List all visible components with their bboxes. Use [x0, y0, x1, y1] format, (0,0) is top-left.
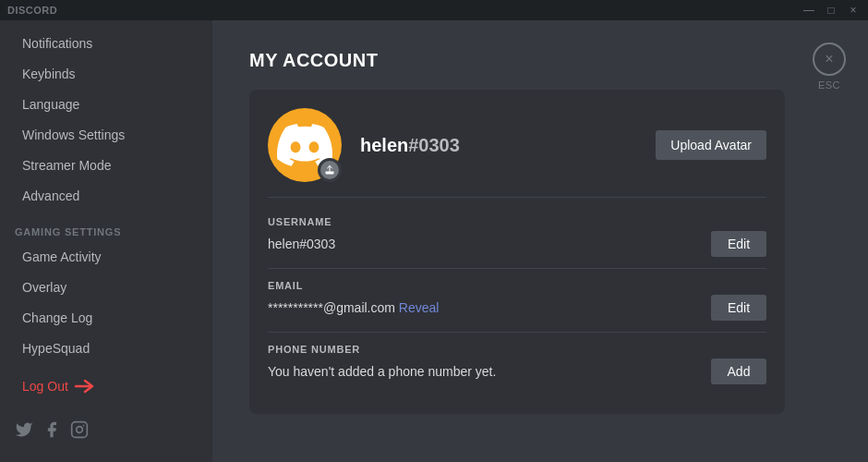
close-button[interactable]: × [846, 4, 861, 17]
main-content: MY ACCOUNT × ESC [212, 20, 868, 462]
app-body: Notifications Keybinds Language Windows … [0, 20, 868, 462]
facebook-icon[interactable] [42, 420, 61, 444]
username-edit-button[interactable]: Edit [711, 231, 766, 257]
logout-arrow-icon [74, 378, 100, 395]
phone-field-value: You haven't added a phone number yet. [268, 364, 496, 379]
username-field-label: USERNAME [268, 216, 766, 227]
logout-label: Log Out [22, 379, 68, 394]
sidebar-item-keybinds[interactable]: Keybinds [7, 59, 205, 89]
account-card: helen#0303 Upload Avatar USERNAME helen#… [249, 90, 785, 414]
sidebar-item-hypesquad[interactable]: HypeSquad [7, 334, 205, 363]
sidebar-item-game-activity[interactable]: Game Activity [7, 242, 205, 272]
email-field-value-row: ***********@gmail.com Reveal Edit [268, 295, 766, 321]
svg-rect-0 [72, 422, 88, 438]
username-field-row: USERNAME helen#0303 Edit [268, 205, 766, 269]
maximize-button[interactable]: □ [824, 4, 838, 17]
sidebar: Notifications Keybinds Language Windows … [0, 20, 212, 462]
twitter-icon[interactable] [15, 420, 33, 444]
sidebar-item-overlay[interactable]: Overlay [7, 273, 205, 302]
upload-avatar-button[interactable]: Upload Avatar [656, 130, 766, 160]
titlebar: DISCORD — □ × [0, 0, 868, 20]
logout-button[interactable]: Log Out [7, 371, 205, 402]
sidebar-item-language[interactable]: Language [7, 90, 205, 119]
minimize-button[interactable]: — [802, 4, 816, 17]
email-field-row: EMAIL ***********@gmail.com Reveal Edit [268, 269, 766, 333]
phone-add-button[interactable]: Add [711, 359, 766, 384]
email-field-value: ***********@gmail.com Reveal [268, 300, 439, 315]
avatar-edit-badge[interactable] [318, 158, 342, 182]
esc-label: ESC [818, 79, 840, 91]
email-field-label: EMAIL [268, 280, 766, 291]
username-field-value-row: helen#0303 Edit [268, 231, 766, 257]
sidebar-item-advanced[interactable]: Advanced [7, 181, 205, 211]
username-display: helen#0303 [360, 135, 656, 156]
window-controls: — □ × [802, 4, 861, 17]
avatar-edit-icon [320, 161, 339, 179]
divider [268, 197, 766, 198]
app-title: DISCORD [7, 5, 57, 16]
sidebar-item-notifications[interactable]: Notifications [7, 29, 205, 58]
phone-field-label: PHONE NUMBER [268, 344, 766, 355]
phone-field-value-row: You haven't added a phone number yet. Ad… [268, 359, 766, 384]
username-text: helen [360, 135, 408, 155]
social-icons [0, 409, 212, 455]
avatar-wrapper [268, 108, 342, 182]
esc-button[interactable]: × ESC [813, 43, 846, 91]
page-title: MY ACCOUNT [249, 50, 831, 71]
email-masked: ***********@gmail.com [268, 300, 395, 315]
username-field-value: helen#0303 [268, 237, 335, 251]
sidebar-item-change-log[interactable]: Change Log [7, 303, 205, 333]
email-edit-button[interactable]: Edit [711, 295, 766, 321]
instagram-icon[interactable] [70, 420, 89, 444]
sidebar-item-windows-settings[interactable]: Windows Settings [7, 120, 205, 150]
discriminator-text: #0303 [408, 135, 460, 155]
avatar-section: helen#0303 Upload Avatar [268, 108, 766, 182]
email-reveal-link[interactable]: Reveal [399, 300, 440, 315]
gaming-settings-label: GAMING SETTINGS [0, 212, 212, 241]
phone-field-row: PHONE NUMBER You haven't added a phone n… [268, 333, 766, 395]
sidebar-item-streamer-mode[interactable]: Streamer Mode [7, 151, 205, 180]
esc-circle-icon: × [813, 43, 846, 76]
